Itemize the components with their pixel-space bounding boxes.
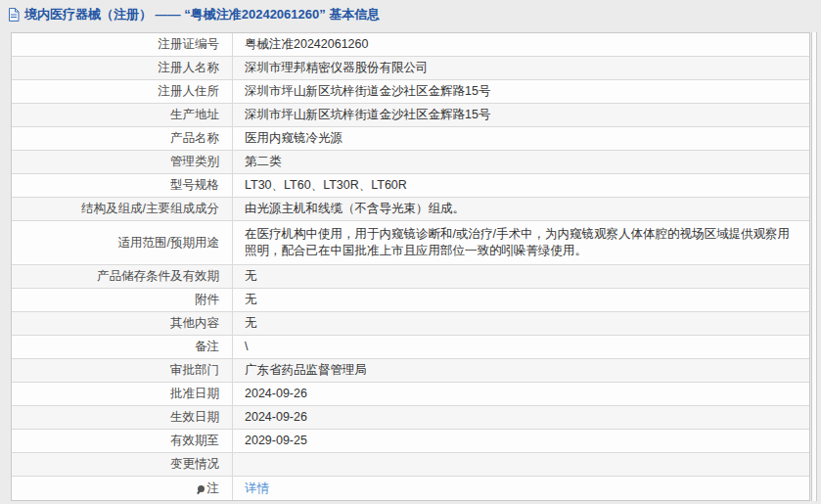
row-label: 产品储存条件及有效期: [12, 265, 233, 288]
table-row: 注册证编号粤械注准20242061260: [12, 33, 809, 57]
row-label-text: 注册人住所: [159, 83, 220, 100]
row-label: 其他内容: [12, 312, 233, 335]
table-row: 注详情: [12, 477, 809, 500]
row-label: 备注: [12, 336, 233, 358]
row-value: 医用内窥镜冷光源: [233, 127, 809, 150]
row-label: 产品名称: [12, 127, 233, 150]
row-label-text: 备注: [195, 339, 219, 355]
row-label: 注册人名称: [12, 57, 233, 79]
row-label-text: 审批部门: [170, 362, 219, 379]
row-label: 结构及组成/主要组成成分: [12, 198, 233, 220]
row-value: [233, 453, 809, 476]
row-label-text: 适用范围/预期用途: [118, 235, 219, 252]
row-value: 2024-09-26: [233, 383, 809, 405]
row-label-text: 型号规格: [170, 177, 219, 194]
note-pin-icon: [198, 485, 205, 492]
table-row: 管理类别第二类: [12, 151, 809, 174]
page-title: 境内医疗器械（注册） —— “粤械注准20242061260” 基本信息: [24, 6, 380, 23]
row-label: 审批部门: [12, 359, 233, 382]
row-label: 生效日期: [12, 406, 233, 429]
vertical-scrollbar[interactable]: [811, 32, 817, 501]
table-row: 结构及组成/主要组成成分由光源主机和线缆（不含导光束）组成。: [12, 198, 809, 221]
row-label-text: 注册证编号: [159, 36, 220, 53]
row-label: 适用范围/预期用途: [12, 221, 233, 264]
table-row: 审批部门广东省药品监督管理局: [12, 359, 809, 383]
row-value: 深圳市坪山新区坑梓街道金沙社区金辉路15号: [233, 104, 809, 126]
row-label-text: 产品名称: [170, 130, 219, 147]
row-value: 在医疗机构中使用，用于内窥镜诊断和/或治疗/手术中，为内窥镜观察人体体腔的视场区…: [233, 221, 809, 264]
row-label: 管理类别: [12, 151, 233, 173]
table-row: 有效期至2029-09-25: [12, 430, 809, 453]
table-row: 产品名称医用内窥镜冷光源: [12, 127, 809, 151]
row-value: 详情: [233, 477, 809, 500]
row-label: 批准日期: [12, 383, 233, 405]
row-label-text: 其他内容: [170, 315, 219, 332]
table-row: 变更情况: [12, 453, 809, 477]
row-value: 2029-09-25: [233, 430, 809, 452]
row-label: 注册证编号: [12, 33, 233, 56]
table-row: 注册人住所深圳市坪山新区坑梓街道金沙社区金辉路15号: [12, 80, 809, 104]
row-label-text: 批准日期: [170, 386, 219, 402]
table-row: 适用范围/预期用途在医疗机构中使用，用于内窥镜诊断和/或治疗/手术中，为内窥镜观…: [12, 221, 809, 265]
row-label: 变更情况: [12, 453, 233, 476]
row-label: 有效期至: [12, 430, 233, 452]
row-value: LT30、LT60、LT30R、LT60R: [233, 174, 809, 197]
row-value: 广东省药品监督管理局: [233, 359, 809, 382]
row-value: 第二类: [233, 151, 809, 173]
row-value: 深圳市理邦精密仪器股份有限公司: [233, 57, 809, 79]
row-label-text: 有效期至: [170, 433, 219, 449]
info-table: 注册证编号粤械注准20242061260注册人名称深圳市理邦精密仪器股份有限公司…: [11, 32, 810, 501]
row-value: 深圳市坪山新区坑梓街道金沙社区金辉路15号: [233, 80, 809, 103]
page-header: 境内医疗器械（注册） —— “粤械注准20242061260” 基本信息: [8, 6, 380, 23]
table-row: 产品储存条件及有效期无: [12, 265, 809, 289]
row-label: 注: [12, 477, 233, 500]
table-row: 批准日期2024-09-26: [12, 383, 809, 406]
row-label-text: 管理类别: [170, 154, 219, 170]
row-value: 无: [233, 289, 809, 311]
row-value: 2024-09-26: [233, 406, 809, 429]
table-row: 注册人名称深圳市理邦精密仪器股份有限公司: [12, 57, 809, 80]
row-label-text: 注: [207, 481, 220, 497]
row-label: 附件: [12, 289, 233, 311]
table-row: 生效日期2024-09-26: [12, 406, 809, 430]
row-value: 由光源主机和线缆（不含导光束）组成。: [233, 198, 809, 220]
row-label-text: 注册人名称: [159, 60, 220, 76]
detail-link[interactable]: 详情: [245, 481, 269, 497]
row-label-text: 生效日期: [170, 409, 219, 426]
row-label-text: 变更情况: [170, 456, 219, 473]
table-row: 生产地址深圳市坪山新区坑梓街道金沙社区金辉路15号: [12, 104, 809, 127]
row-label-text: 附件: [195, 292, 219, 308]
row-value: 无: [233, 265, 809, 288]
table-row: 附件无: [12, 289, 809, 312]
row-label-text: 生产地址: [170, 107, 219, 123]
row-label-text: 产品储存条件及有效期: [97, 268, 219, 285]
row-label: 注册人住所: [12, 80, 233, 103]
table-row: 型号规格LT30、LT60、LT30R、LT60R: [12, 174, 809, 198]
row-value: 无: [233, 312, 809, 335]
row-label: 生产地址: [12, 104, 233, 126]
row-label: 型号规格: [12, 174, 233, 197]
row-value: \: [233, 336, 809, 358]
table-row: 其他内容无: [12, 312, 809, 336]
table-row: 备注\: [12, 336, 809, 359]
document-icon: [8, 8, 20, 22]
row-value: 粤械注准20242061260: [233, 33, 809, 56]
row-label-text: 结构及组成/主要组成成分: [81, 201, 219, 217]
